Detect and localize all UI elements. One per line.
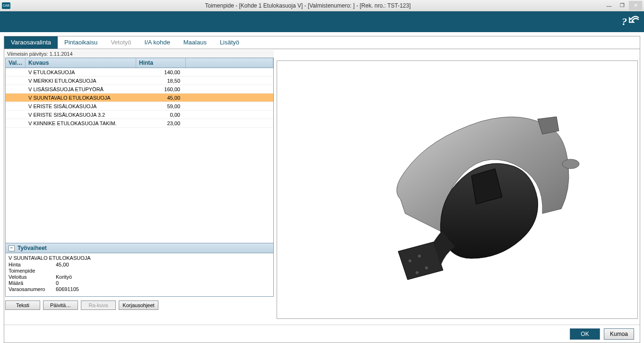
details-title: V SUUNTAVALO ETULOKASUOJA	[9, 255, 270, 261]
teksti-button[interactable]: Teksti	[5, 300, 40, 310]
table-row[interactable]: V LISÄSISÄSUOJA ETUPYÖRÄ160,00	[6, 85, 273, 94]
last-update-label: Viimeisin päivitys: 1.11.2014	[5, 50, 274, 58]
col-val[interactable]: Val…	[6, 58, 26, 68]
cell-val	[6, 80, 26, 81]
table-row[interactable]: V SUUNTAVALO ETULOKASUOJA45,00	[6, 94, 273, 102]
detail-label: Toimenpide	[9, 268, 56, 274]
svg-point-4	[416, 271, 418, 274]
cell-price: 160,00	[136, 86, 186, 93]
korjausohjeet-button[interactable]: Korjausohjeet	[119, 300, 158, 310]
cell-price: 45,00	[136, 94, 186, 101]
maximize-button[interactable]: ❐	[616, 1, 629, 10]
cell-spacer	[186, 114, 273, 115]
cell-price: 140,00	[136, 69, 186, 76]
cell-spacer	[186, 123, 273, 124]
details-header-label: Työvaiheet	[17, 245, 47, 251]
cell-desc: V ERISTE SISÄLOKASUOJA	[26, 103, 136, 110]
cell-val	[6, 97, 26, 98]
cell-val	[6, 123, 26, 124]
detail-label: Hinta	[9, 262, 56, 267]
tab-lisätyö[interactable]: Lisätyö	[213, 36, 246, 49]
detail-label: Varaosanumero	[9, 286, 56, 292]
main-panel: VaraosavalintaPintaoikaisuVetotyöI/A koh…	[4, 36, 640, 343]
fender-illustration	[334, 91, 580, 289]
detail-label: Veloitus	[9, 274, 56, 280]
title-bar: CAB Toimenpide - [Kohde 1 Etulokasuoja V…	[0, 0, 644, 11]
part-image-viewer[interactable]	[277, 60, 638, 319]
table-row[interactable]: V KIINNIKE ETULOKASUOJA TAKIM.23,00	[6, 119, 273, 128]
svg-point-1	[409, 259, 411, 262]
tab-i/a kohde[interactable]: I/A kohde	[138, 36, 177, 49]
help-icon[interactable]: ?	[622, 16, 627, 28]
cell-val	[6, 89, 26, 90]
cell-price: 23,00	[136, 120, 186, 127]
col-price[interactable]: Hinta	[136, 58, 186, 68]
paivita-button[interactable]: Päivitä…	[43, 300, 78, 310]
cell-price: 59,00	[136, 103, 186, 110]
window-title: Toimenpide - [Kohde 1 Etulokasuoja V] - …	[13, 2, 602, 9]
grid-body: V ETULOKASUOJA140,00V MERKKI ETULOKASUOJ…	[6, 68, 273, 243]
cell-val	[6, 72, 26, 73]
cell-desc: V SUUNTAVALO ETULOKASUOJA	[26, 94, 136, 101]
detail-value: 60691105	[56, 286, 79, 292]
detail-label: Määrä	[9, 280, 56, 286]
cell-desc: V KIINNIKE ETULOKASUOJA TAKIM.	[26, 120, 136, 127]
table-row[interactable]: V ETULOKASUOJA140,00	[6, 68, 273, 77]
detail-line: Toimenpide	[9, 268, 270, 274]
table-row[interactable]: V MERKKI ETULOKASUOJA18,50	[6, 77, 273, 85]
detail-line: VeloitusKorityö	[9, 274, 270, 280]
cell-desc: V MERKKI ETULOKASUOJA	[26, 77, 136, 84]
parts-grid: Val… Kuvaus Hinta V ETULOKASUOJA140,00V …	[5, 58, 274, 243]
details-body: V SUUNTAVALO ETULOKASUOJA Hinta45,00Toim…	[5, 253, 274, 297]
cancel-button[interactable]: Kumoa	[604, 328, 634, 340]
cell-val	[6, 106, 26, 107]
cell-desc: V ETULOKASUOJA	[26, 69, 136, 76]
cell-spacer	[186, 106, 273, 107]
svg-point-3	[425, 266, 428, 269]
detail-line: Hinta45,00	[9, 262, 270, 267]
detail-value: Korityö	[56, 274, 72, 280]
detail-line: Määrä0	[9, 280, 270, 286]
ok-button[interactable]: OK	[570, 328, 600, 340]
undo-icon[interactable]	[629, 16, 640, 28]
cell-spacer	[186, 89, 273, 90]
cell-desc: V LISÄSISÄSUOJA ETUPYÖRÄ	[26, 86, 136, 93]
ribbon-bar: ?	[0, 11, 644, 32]
cell-val	[6, 114, 26, 115]
col-desc[interactable]: Kuvaus	[26, 58, 136, 68]
close-button[interactable]: ✕	[629, 1, 642, 10]
dialog-footer: OK Kumoa	[4, 325, 640, 343]
tab-pintaoikaisu[interactable]: Pintaoikaisu	[58, 36, 104, 49]
svg-point-0	[562, 159, 579, 169]
tab-row: VaraosavalintaPintaoikaisuVetotyöI/A koh…	[4, 36, 640, 49]
cell-desc: V ERISTE SISÄLOKASUOJA 3.2	[26, 111, 136, 118]
detail-line: Varaosanumero60691105	[9, 286, 270, 292]
svg-point-2	[418, 255, 421, 257]
table-row[interactable]: V ERISTE SISÄLOKASUOJA59,00	[6, 102, 273, 111]
tab-vetotyö: Vetotyö	[104, 36, 138, 49]
grid-header: Val… Kuvaus Hinta	[6, 58, 273, 68]
detail-value: 0	[56, 280, 59, 286]
cell-spacer	[186, 97, 273, 98]
detail-value: 45,00	[56, 262, 69, 267]
table-row[interactable]: V ERISTE SISÄLOKASUOJA 3.20,00	[6, 111, 273, 119]
collapse-icon[interactable]: −	[9, 245, 15, 251]
cell-spacer	[186, 80, 273, 81]
cell-price: 0,00	[136, 111, 186, 118]
minimize-button[interactable]: —	[602, 1, 616, 10]
rakuva-button: Ra-kuva	[81, 300, 116, 310]
app-icon: CAB	[2, 2, 10, 9]
details-header[interactable]: − Työvaiheet	[5, 243, 274, 253]
cell-price: 18,50	[136, 77, 186, 84]
tab-varaosavalinta[interactable]: Varaosavalinta	[4, 36, 58, 49]
tab-maalaus[interactable]: Maalaus	[177, 36, 213, 49]
col-spacer	[186, 58, 273, 68]
cell-spacer	[186, 72, 273, 73]
